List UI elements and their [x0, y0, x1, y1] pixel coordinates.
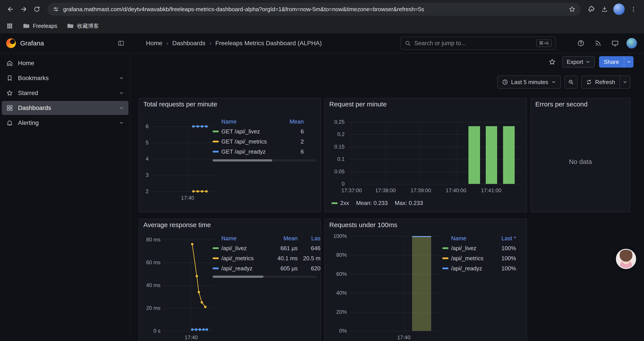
- zoom-out-button[interactable]: [564, 76, 578, 89]
- y-tick-label: 4: [146, 156, 148, 162]
- refresh-interval-button[interactable]: [620, 76, 630, 88]
- grafana-logo[interactable]: [6, 38, 16, 48]
- chart-plot[interactable]: [348, 122, 522, 184]
- x-axis: 17:40: [164, 334, 214, 340]
- chevron-down-icon[interactable]: [119, 76, 124, 81]
- search-icon: [405, 40, 411, 46]
- breadcrumb-home[interactable]: Home: [146, 40, 162, 47]
- share-menu-button[interactable]: [624, 56, 634, 68]
- sidebar-item-alerting[interactable]: Alerting: [2, 116, 128, 130]
- bookmark-folder-blog[interactable]: 收藏博客: [67, 22, 99, 30]
- reload-icon[interactable]: [31, 3, 43, 15]
- sidebar-item-bookmarks[interactable]: Bookmarks: [2, 71, 128, 85]
- panel-errors-per-second: Errors per second No data: [530, 98, 630, 212]
- legend-col-name[interactable]: Name: [222, 235, 270, 242]
- y-tick-label: 100%: [334, 233, 347, 239]
- user-avatar[interactable]: [626, 38, 637, 49]
- legend-item-2xx[interactable]: 2xx: [332, 200, 349, 206]
- sidebar-item-home[interactable]: Home: [2, 56, 128, 70]
- browser-menu-icon[interactable]: [627, 3, 640, 15]
- chart-plot[interactable]: [152, 126, 214, 191]
- legend-row[interactable]: GET /api/_metrics 2: [212, 137, 317, 147]
- breadcrumb-dashboards[interactable]: Dashboards: [172, 40, 206, 47]
- address-bar[interactable]: grafana.mathmast.com/d/deytv4rwavabkb/fr…: [47, 3, 581, 16]
- legend-row[interactable]: /api/_metrics 100%: [442, 253, 523, 263]
- legend-col-name[interactable]: Name: [451, 235, 492, 242]
- search-input[interactable]: Search or jump to... ⌘+k: [400, 37, 556, 50]
- legend-col-last[interactable]: Las: [298, 235, 320, 242]
- share-button[interactable]: Share: [599, 56, 624, 68]
- folder-icon: [67, 22, 74, 30]
- legend-col-last[interactable]: Last *: [492, 235, 516, 242]
- legend-row[interactable]: /api/_readyz 605 µs 620: [212, 263, 320, 273]
- panel-title[interactable]: Average response time: [143, 221, 211, 229]
- bookmark-star-icon[interactable]: [568, 6, 576, 13]
- extensions-icon[interactable]: [585, 3, 598, 15]
- sidebar-item-starred[interactable]: Starred: [2, 86, 128, 100]
- refresh-button[interactable]: Refresh: [582, 76, 620, 88]
- dock-menu-icon[interactable]: [118, 40, 124, 47]
- news-rss-icon[interactable]: [592, 38, 604, 49]
- breadcrumb-current: Freeleaps Metrics Dashboard (ALPHA): [215, 40, 322, 47]
- sidebar-item-label: Bookmarks: [18, 75, 49, 82]
- y-tick-label: 0: [342, 181, 344, 187]
- panel-title[interactable]: Errors per second: [535, 101, 588, 108]
- favorite-star-icon[interactable]: [546, 56, 558, 68]
- series-last: 620: [298, 265, 320, 272]
- bookmark-label: Freeleaps: [33, 23, 57, 29]
- forward-icon[interactable]: [18, 3, 30, 15]
- legend: 2xx Mean: 0.233 Max: 0.233: [332, 200, 423, 206]
- chevron-down-icon[interactable]: [119, 90, 124, 96]
- bookmark-label: 收藏博客: [77, 22, 99, 30]
- panel-title[interactable]: Requests under 100ms: [329, 221, 397, 229]
- brand-title: Grafana: [20, 40, 44, 47]
- apps-grid-icon[interactable]: [6, 22, 13, 30]
- panel-title[interactable]: Request per minute: [329, 101, 387, 108]
- chart-plot[interactable]: [350, 236, 441, 331]
- header-left: Grafana: [0, 38, 131, 48]
- chart-plot[interactable]: [164, 240, 214, 331]
- legend-row[interactable]: GET /api/_readyz 6: [212, 147, 317, 157]
- legend-row[interactable]: /api/_livez 661 µs 646: [212, 243, 320, 253]
- browser-profile-avatar[interactable]: [613, 4, 625, 15]
- scrollbar-thumb[interactable]: [212, 159, 272, 162]
- legend-row[interactable]: GET /api/_livez 6: [212, 126, 317, 137]
- sidebar-item-dashboards[interactable]: Dashboards: [2, 101, 128, 115]
- legend-col-name[interactable]: Name: [222, 118, 274, 125]
- legend-row[interactable]: /api/_readyz 100%: [442, 263, 523, 273]
- sidebar-item-label: Home: [18, 60, 34, 67]
- y-tick-label: 0.25: [334, 119, 344, 125]
- series-lines: [152, 126, 214, 191]
- legend-row[interactable]: /api/_livez 100%: [442, 243, 523, 253]
- sidebar-item-label: Dashboards: [18, 104, 51, 112]
- assistant-avatar[interactable]: [616, 249, 636, 269]
- app-body: Home Bookmarks Starred: [0, 54, 644, 341]
- legend-col-mean[interactable]: Mean: [274, 118, 304, 125]
- scrollbar-thumb[interactable]: [212, 276, 264, 278]
- chevron-down-icon[interactable]: [119, 105, 124, 111]
- series-name: /api/_readyz: [451, 265, 492, 272]
- legend-row[interactable]: /api/_metrics 40.1 ms 20.5 m: [212, 253, 320, 263]
- panel-title[interactable]: Total requests per minute: [143, 101, 217, 108]
- back-icon[interactable]: [4, 3, 17, 15]
- downloads-icon[interactable]: [598, 3, 611, 15]
- monitor-icon[interactable]: [609, 38, 621, 49]
- chevron-down-icon[interactable]: [119, 120, 124, 126]
- dashboard-actions: Export Share: [131, 54, 644, 70]
- y-tick-label: 0.15: [334, 144, 344, 150]
- legend-scrollbar[interactable]: [212, 159, 317, 162]
- y-tick-label: 40%: [336, 290, 347, 296]
- bookmark-folder-freeleaps[interactable]: Freeleaps: [23, 22, 57, 30]
- legend-col-mean[interactable]: Mean: [270, 235, 298, 242]
- refresh-label: Refresh: [595, 79, 615, 86]
- export-button[interactable]: Export: [562, 56, 594, 68]
- series-name: /api/_readyz: [222, 265, 270, 272]
- series-last: 100%: [492, 255, 516, 262]
- time-range-picker[interactable]: Last 5 minutes: [497, 76, 561, 89]
- site-settings-icon[interactable]: [52, 6, 59, 13]
- legend-scrollbar[interactable]: [212, 276, 317, 278]
- series-last: 646: [298, 245, 320, 252]
- help-icon[interactable]: [575, 38, 586, 49]
- y-tick-label: 60 ms: [146, 259, 160, 265]
- chevron-down-icon: [551, 80, 556, 85]
